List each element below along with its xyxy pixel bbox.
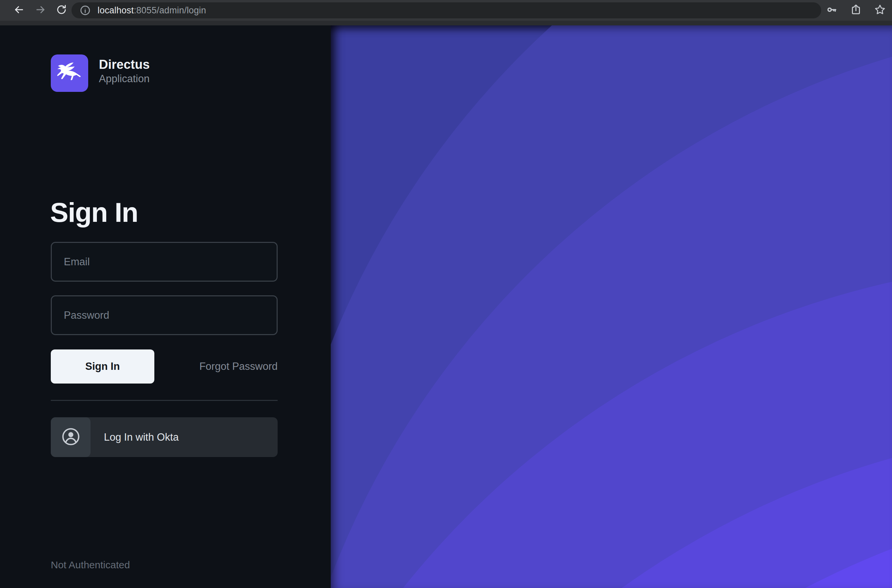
directus-logo: [51, 54, 88, 92]
key-icon: [826, 4, 838, 17]
page-info-icon[interactable]: [79, 4, 91, 16]
url-text: localhost:8055/admin/login: [97, 5, 206, 16]
okta-login-button[interactable]: Log In with Okta: [51, 417, 277, 457]
forward-arrow-icon: [34, 4, 46, 17]
forgot-password-link[interactable]: Forgot Password: [199, 360, 277, 372]
account-circle-icon: [61, 427, 81, 448]
sso-label: Log In with Okta: [104, 431, 179, 443]
share-icon: [850, 4, 862, 17]
reload-icon: [56, 4, 67, 17]
back-button[interactable]: [10, 0, 28, 21]
browser-toolbar: localhost:8055/admin/login: [0, 0, 892, 21]
divider: [51, 400, 277, 401]
share-button[interactable]: [844, 4, 868, 17]
brand-title: Directus: [99, 57, 150, 72]
password-field[interactable]: [51, 296, 277, 335]
sso-icon-tile: [51, 417, 90, 457]
art-panel: [331, 26, 892, 588]
address-bar[interactable]: localhost:8055/admin/login: [72, 2, 821, 18]
brand-subtitle: Application: [99, 73, 150, 85]
bookmark-star-icon: [874, 3, 886, 17]
art-shadow-overlay: [331, 26, 892, 588]
toolbar-bottom-edge: [0, 21, 892, 26]
reload-button[interactable]: [53, 0, 70, 21]
page-title: Sign In: [50, 197, 138, 228]
sign-in-button[interactable]: Sign In: [51, 350, 154, 384]
directus-rabbit-icon: [55, 58, 84, 88]
back-arrow-icon: [13, 4, 25, 17]
auth-status-text: Not Authenticated: [51, 559, 130, 571]
forward-button[interactable]: [32, 0, 49, 21]
key-button[interactable]: [820, 4, 844, 17]
bookmark-button[interactable]: [868, 3, 892, 17]
url-path: :8055/admin/login: [133, 5, 206, 15]
url-host: localhost: [97, 5, 133, 15]
email-field[interactable]: [51, 242, 277, 282]
login-panel: Directus Application Sign In Sign In For…: [0, 26, 331, 588]
